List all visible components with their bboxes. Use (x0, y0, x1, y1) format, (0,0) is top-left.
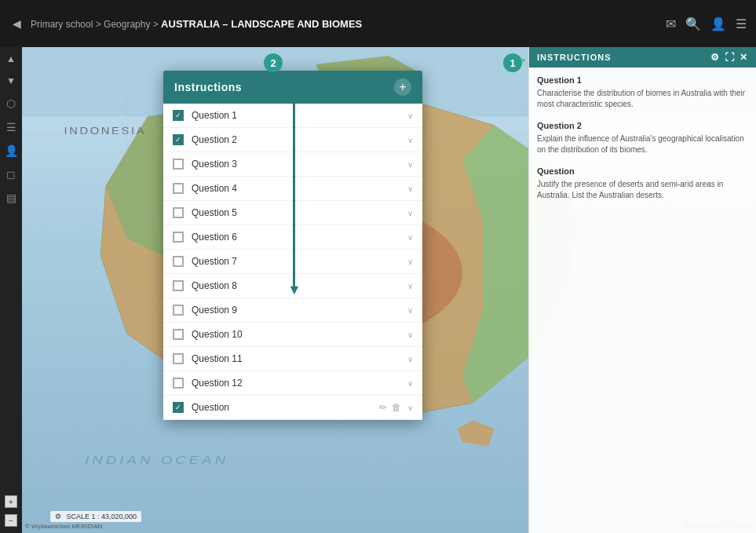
question-checkbox-5[interactable] (173, 207, 184, 218)
breadcrumb-level3: AUSTRALIA – LANDSCAPE AND BIOMES (161, 18, 362, 30)
search-icon[interactable]: 🔍 (685, 16, 701, 31)
mail-icon[interactable]: ✉ (666, 16, 676, 31)
right-expand-icon[interactable]: ⛶ (725, 52, 735, 63)
add-instruction-button[interactable]: + (394, 78, 411, 96)
nav-down-arrow[interactable]: ▼ (6, 75, 16, 86)
menu-icon[interactable]: ☰ (736, 16, 747, 31)
main-layout: ▲ ▼ ⬡ ☰ 👤 ◻ ▤ + − (0, 47, 756, 533)
question-expand-10[interactable]: ∨ (407, 330, 413, 339)
right-question-2: Question 2 Explain the influence of Aust… (537, 121, 748, 155)
right-question-3-title: Question (537, 166, 748, 176)
question-item-12[interactable]: Question 12 ∨ (163, 371, 422, 396)
question-checkbox-12[interactable] (173, 378, 184, 389)
left-sidebar: ▲ ▼ ⬡ ☰ 👤 ◻ ▤ + − (0, 47, 22, 533)
top-bar-icons: ✉ 🔍 👤 ☰ (666, 16, 747, 31)
svg-marker-5 (457, 420, 494, 446)
right-question-1-text: Characterise the distribution of biomes … (537, 88, 748, 110)
nav-up-arrow[interactable]: ▲ (6, 53, 16, 64)
delete-question-icon[interactable]: 🗑 (392, 402, 401, 413)
question-checkbox-1[interactable] (173, 110, 184, 121)
breadcrumb-level1: Primary school (31, 19, 93, 30)
question-checkbox-11[interactable] (173, 353, 184, 364)
question-expand-4[interactable]: ∨ (407, 184, 413, 193)
question-expand-8[interactable]: ∨ (407, 282, 413, 290)
question-expand-7[interactable]: ∨ (407, 257, 413, 266)
sidebar-icon-menu2[interactable]: ▤ (6, 192, 16, 204)
right-question-2-title: Question 2 (537, 121, 748, 130)
question-expand-5[interactable]: ∨ (407, 209, 413, 217)
sidebar-bottom: + − (5, 495, 17, 527)
question-item-last[interactable]: Question ✏ 🗑 ∨ (163, 396, 422, 420)
question-expand-11[interactable]: ∨ (407, 355, 413, 363)
right-question-1-title: Question 1 (537, 75, 748, 85)
scale-settings-icon[interactable]: ⚙ (55, 513, 61, 520)
question-label-1: Question 1 (192, 110, 401, 121)
question-checkbox-9[interactable] (173, 305, 184, 316)
question-checkbox-3[interactable] (173, 159, 184, 170)
edit-question-icon[interactable]: ✏ (379, 402, 387, 413)
question-checkbox-4[interactable] (173, 183, 184, 194)
right-instructions-panel: INSTRUCTIONS ⚙ ⛶ ✕ → Question 1 Characte… (528, 47, 756, 533)
question-actions: ✏ 🗑 (379, 402, 401, 413)
question-label-last: Question (192, 402, 373, 413)
question-label-9: Question 9 (192, 305, 401, 316)
question-item-9[interactable]: Question 9 ∨ (163, 298, 422, 323)
question-checkbox-6[interactable] (173, 232, 184, 243)
nav-left-arrow[interactable]: ◀ (9, 14, 24, 33)
user-icon[interactable]: 👤 (710, 16, 726, 31)
question-label-4: Question 4 (192, 183, 401, 194)
right-instructions-body: Question 1 Characterise the distribution… (529, 68, 756, 533)
question-expand-12[interactable]: ∨ (407, 379, 413, 388)
svg-text:INDIAN   OCEAN: INDIAN OCEAN (85, 452, 228, 466)
question-expand-1[interactable]: ∨ (407, 111, 413, 120)
right-question-3-text: Justify the presence of deserts and semi… (537, 179, 748, 201)
right-close-icon[interactable]: ✕ (740, 52, 748, 63)
question-label-3: Question 3 (192, 159, 401, 170)
question-label-10: Question 10 (192, 329, 401, 340)
breadcrumb-level2: Geography (104, 19, 150, 30)
map-scale: ⚙ SCALE 1 : 43,020,000 (50, 511, 141, 522)
right-instructions-title: INSTRUCTIONS (537, 53, 612, 62)
scroll-indicator-line: ▼ (293, 72, 295, 292)
instructions-title: Instructions (174, 81, 242, 93)
question-label-7: Question 7 (192, 256, 401, 267)
question-expand-6[interactable]: ∨ (407, 233, 413, 242)
question-checkbox-8[interactable] (173, 280, 184, 291)
question-expand-3[interactable]: ∨ (407, 160, 413, 169)
map-copyright: © Wydawnictwo MERIDIAN (25, 523, 102, 530)
sidebar-icon-hex[interactable]: ⬡ (6, 97, 16, 110)
breadcrumb-sep2: > (153, 19, 161, 30)
right-settings-icon[interactable]: ⚙ (710, 52, 720, 63)
question-label-5: Question 5 (192, 207, 401, 218)
question-checkbox-10[interactable] (173, 329, 184, 340)
question-checkbox-2[interactable] (173, 134, 184, 145)
question-item-10[interactable]: Question 10 ∨ (163, 323, 422, 347)
right-instructions-header: INSTRUCTIONS ⚙ ⛶ ✕ (529, 47, 756, 68)
scroll-down-arrow: ▼ (287, 282, 301, 298)
sidebar-icon-layer[interactable]: ◻ (6, 168, 16, 181)
question-checkbox-last[interactable] (173, 402, 184, 413)
svg-text:INDONESIA: INDONESIA (64, 126, 146, 137)
question-label-2: Question 2 (192, 134, 401, 145)
map-area: INDIAN OCEAN CORAL SEA INDONESIA ↗ ↓ ↓ (22, 47, 756, 533)
right-question-1: Question 1 Characterise the distribution… (537, 75, 748, 110)
question-expand-2[interactable]: ∨ (407, 136, 413, 144)
top-bar: ◀ Primary school > Geography > AUSTRALIA… (0, 0, 756, 47)
zoom-out-button[interactable]: − (5, 514, 17, 527)
question-expand-9[interactable]: ∨ (407, 306, 413, 315)
breadcrumb: Primary school > Geography > AUSTRALIA –… (31, 18, 362, 30)
right-header-icons: ⚙ ⛶ ✕ (710, 52, 748, 63)
question-item-11[interactable]: Question 11 ∨ (163, 347, 422, 371)
right-question-2-text: Explain the influence of Australia's geo… (537, 133, 748, 155)
sidebar-icon-person[interactable]: 👤 (5, 144, 18, 157)
question-label-12: Question 12 (192, 378, 401, 389)
right-question-3: Question Justify the presence of deserts… (537, 166, 748, 201)
question-expand-last[interactable]: ∨ (407, 403, 413, 412)
question-label-11: Question 11 (192, 353, 401, 364)
badge-1: 1 (503, 53, 522, 72)
breadcrumb-sep1: > (96, 19, 104, 30)
question-label-6: Question 6 (192, 232, 401, 243)
zoom-in-button[interactable]: + (5, 495, 17, 508)
sidebar-icon-list[interactable]: ☰ (6, 121, 16, 133)
question-checkbox-7[interactable] (173, 256, 184, 267)
